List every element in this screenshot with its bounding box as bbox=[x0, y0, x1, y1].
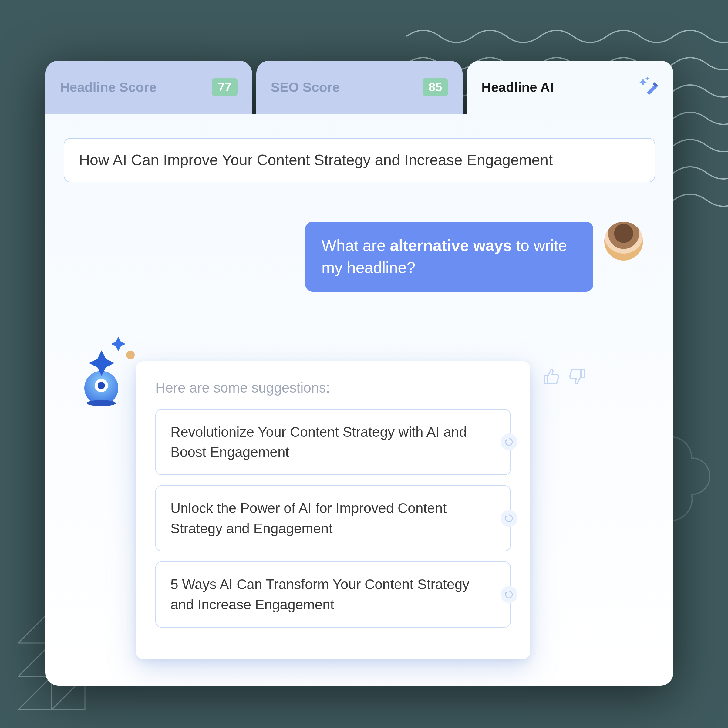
user-message-pre: What are bbox=[321, 237, 390, 254]
panel-body: How AI Can Improve Your Content Strategy… bbox=[46, 114, 673, 685]
reload-icon[interactable] bbox=[500, 433, 517, 450]
headline-text: How AI Can Improve Your Content Strategy… bbox=[79, 151, 553, 169]
reload-icon[interactable] bbox=[500, 586, 517, 603]
user-message-row: What are alternative ways to write my he… bbox=[64, 222, 655, 292]
user-message-bubble: What are alternative ways to write my he… bbox=[305, 222, 593, 292]
sparkle-icon bbox=[85, 332, 139, 384]
magic-pen-icon bbox=[639, 76, 659, 99]
headline-input[interactable]: How AI Can Improve Your Content Strategy… bbox=[64, 138, 655, 182]
suggestion-item[interactable]: 5 Ways AI Can Transform Your Content Str… bbox=[155, 561, 511, 627]
feedback-buttons bbox=[541, 367, 588, 386]
suggestion-item[interactable]: Revolutionize Your Content Strategy with… bbox=[155, 409, 511, 475]
ai-intro-text: Here are some suggestions: bbox=[155, 379, 511, 396]
svg-point-0 bbox=[126, 351, 135, 359]
suggestion-text: Revolutionize Your Content Strategy with… bbox=[170, 424, 467, 460]
user-avatar bbox=[604, 222, 643, 260]
score-badge: 77 bbox=[212, 78, 237, 96]
tab-headline-ai[interactable]: Headline AI bbox=[467, 61, 673, 114]
tabs: Headline Score 77 SEO Score 85 Headline … bbox=[46, 61, 673, 114]
tab-label: Headline Score bbox=[60, 80, 156, 95]
ai-suggestions-card: Here are some suggestions: Revolutionize… bbox=[136, 361, 530, 659]
thumbs-up-icon[interactable] bbox=[541, 367, 560, 386]
tab-seo-score[interactable]: SEO Score 85 bbox=[256, 61, 463, 114]
score-badge: 85 bbox=[422, 78, 448, 96]
user-message-bold: alternative ways bbox=[390, 237, 512, 254]
svg-point-6 bbox=[87, 400, 116, 406]
tab-label: Headline AI bbox=[482, 80, 554, 95]
headline-studio-panel: Headline Score 77 SEO Score 85 Headline … bbox=[46, 61, 673, 685]
ai-message-row: Here are some suggestions: Revolutionize… bbox=[64, 361, 655, 659]
reload-icon[interactable] bbox=[500, 510, 517, 527]
thumbs-down-icon[interactable] bbox=[569, 367, 588, 386]
suggestion-text: 5 Ways AI Can Transform Your Content Str… bbox=[170, 577, 469, 612]
tab-headline-score[interactable]: Headline Score 77 bbox=[46, 61, 252, 114]
suggestion-text: Unlock the Power of AI for Improved Cont… bbox=[170, 500, 447, 536]
suggestion-item[interactable]: Unlock the Power of AI for Improved Cont… bbox=[155, 485, 511, 551]
tab-label: SEO Score bbox=[271, 80, 340, 95]
